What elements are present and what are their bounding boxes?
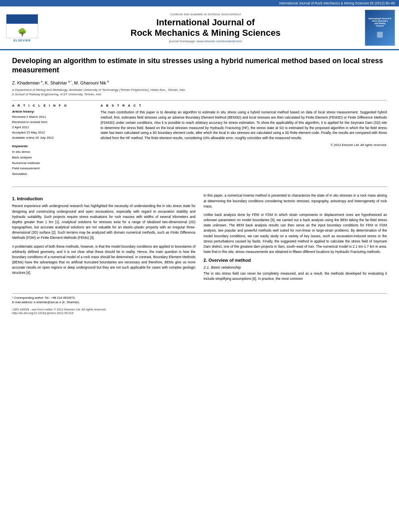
journal-title: International Journal of Rock Mechanics …	[46, 17, 365, 39]
sciverse-link: Contents lists available at SciVerse Sci…	[46, 12, 365, 16]
intro-section-title: 1. Introduction	[12, 196, 195, 201]
article-info-heading: A R T I C L E I N F O	[12, 104, 93, 107]
tree-icon: 🌳	[18, 28, 27, 37]
homepage-label: journal homepage:	[169, 39, 195, 43]
footnote-email: E-mail address: k-shahriar@aut.ac.ir (K.…	[12, 300, 387, 304]
affil-line-2: b School of Railway Engineering, IUST Un…	[12, 92, 387, 96]
info-abstract-section: A R T I C L E I N F O Article history: R…	[12, 104, 387, 181]
date-received: Received 2 March 2011	[12, 115, 93, 120]
sciverse-text: Contents lists available at SciVerse Sci…	[170, 12, 241, 16]
date-online: Available online 20 July 2012	[12, 136, 93, 141]
keywords-label: Keywords:	[12, 144, 93, 148]
keyword-2: Back analysis	[12, 155, 93, 160]
abstract-col: A B S T R A C T The main contribution of…	[101, 104, 387, 181]
overview-section-title: 2. Overview of method	[204, 258, 387, 263]
article-title: Developing an algorithm to estimate in s…	[12, 56, 387, 75]
keyword-5: Simulation	[12, 171, 93, 177]
date-revised-label: Received in revised form	[12, 120, 93, 125]
overview-section-number: 2.	[204, 258, 207, 263]
main-content: Developing an algorithm to estimate in s…	[0, 50, 399, 321]
overview-section-label: Overview of method	[208, 258, 251, 263]
elsevier-label: ELSEVIER	[14, 39, 31, 42]
keyword-1: In situ stress	[12, 149, 93, 155]
keyword-4: Field measurement	[12, 166, 93, 171]
right-intro-para-1: In this paper, a numerical inverse metho…	[204, 193, 387, 209]
overview-subsection-title: 2.1. Basic relationship	[204, 265, 387, 269]
elsevier-logo-section: 🌳 ELSEVIER	[4, 14, 40, 42]
footnote-corresponding: * Corresponding author. Tel.: +98 216 45…	[12, 296, 387, 305]
footer-divider	[12, 293, 387, 294]
divider-1	[12, 100, 387, 101]
body-section: 1. Introduction Recent experience with u…	[12, 193, 387, 285]
article-dates: Received 2 March 2011 Received in revise…	[12, 115, 93, 140]
cover-title: International Journal ofRock Mechanicsan…	[368, 17, 391, 27]
divider-2	[12, 187, 387, 187]
intro-para-1: Recent experience with underground resea…	[12, 203, 195, 240]
keyword-3: Numerical methods	[12, 160, 93, 166]
body-left-col: 1. Introduction Recent experience with u…	[12, 193, 195, 285]
date-accepted: Accepted 15 May 2012	[12, 130, 93, 136]
article-history-block: Article history: Received 2 March 2011 R…	[12, 110, 93, 140]
affiliations: a Department of Mining and Metallurgy, A…	[12, 88, 387, 96]
authors-line: Z. Khademian a, K. Shahriar a,*, M. Ghar…	[12, 80, 387, 85]
homepage-url[interactable]: www.elsevier.com/locate/ijrmms	[197, 39, 242, 43]
journal-title-line1: International Journal of	[156, 17, 255, 27]
keywords-block: Keywords: In situ stress Back analysis N…	[12, 144, 93, 177]
journal-center: Contents lists available at SciVerse Sci…	[46, 12, 365, 43]
overview-subsection-label: Basic relationship	[211, 265, 241, 269]
journal-citation: International Journal of Rock Mechanics …	[279, 1, 395, 5]
affil-line-1: a Department of Mining and Metallurgy, A…	[12, 88, 387, 92]
journal-header: 🌳 ELSEVIER Contents lists available at S…	[0, 6, 399, 50]
top-bar: International Journal of Rock Mechanics …	[0, 0, 399, 6]
journal-homepage: journal homepage: www.elsevier.com/locat…	[46, 39, 365, 43]
elsevier-logo-box: 🌳	[6, 14, 38, 38]
journal-cover-image: International Journal ofRock Mechanicsan…	[365, 10, 395, 46]
intro-para-2: A problematic aspect of both these metho…	[12, 244, 195, 276]
abstract-heading: A B S T R A C T	[101, 104, 387, 107]
article-info-col: A R T I C L E I N F O Article history: R…	[12, 104, 93, 181]
right-intro-para-2: Unlike back analysis done by FEM or FDM …	[204, 212, 387, 255]
keywords-list: In situ stress Back analysis Numerical m…	[12, 149, 93, 177]
date-revised-value: 2 April 2012	[12, 125, 93, 130]
doi-text: http://dx.doi.org/10.1016/j.ijrmms.2012.…	[12, 311, 387, 315]
body-right-col: In this paper, a numerical inverse metho…	[204, 193, 387, 285]
intro-section-number: 1.	[12, 196, 16, 201]
overview-para-1: The in situ stress field can never be co…	[204, 271, 387, 281]
overview-subsection-number: 2.1.	[204, 265, 210, 269]
copyright: © 2012 Elsevier Ltd. All rights reserved…	[101, 143, 387, 147]
cover-decoration: ▦	[376, 30, 383, 39]
issn-text: 1365-1609/$ - see front matter © 2012 El…	[12, 308, 387, 311]
journal-title-line2: Rock Mechanics & Mining Sciences	[131, 28, 281, 38]
abstract-text: The main contribution of this paper is t…	[101, 110, 387, 141]
footnote-tel: * Corresponding author. Tel.: +98 216 45…	[12, 296, 387, 300]
history-label: Article history:	[12, 110, 93, 113]
intro-section-label: Introduction	[17, 196, 43, 201]
issn-footer: 1365-1609/$ - see front matter © 2012 El…	[12, 308, 387, 315]
